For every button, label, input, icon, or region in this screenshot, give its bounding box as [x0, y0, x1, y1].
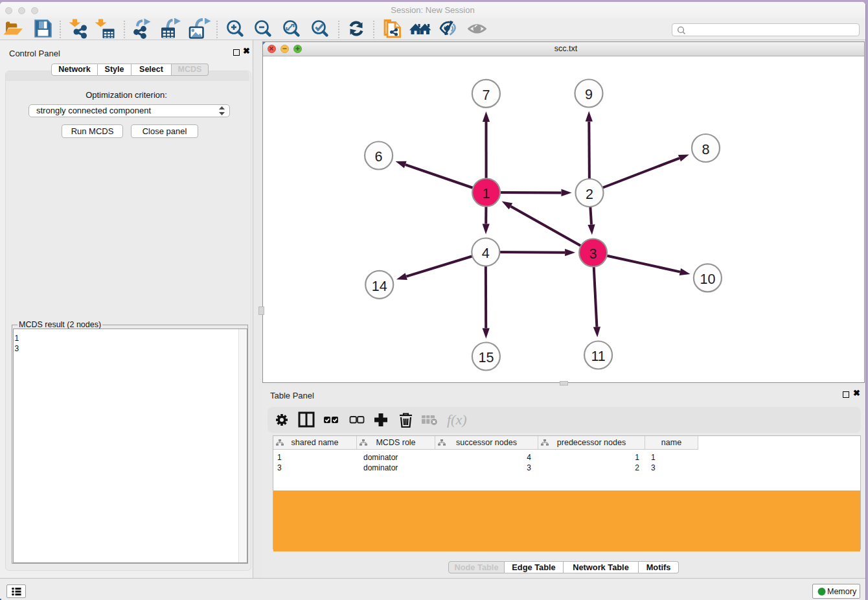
- svg-text:7: 7: [482, 87, 490, 103]
- svg-text:9: 9: [585, 87, 593, 102]
- svg-text:10: 10: [700, 271, 715, 287]
- svg-text:4: 4: [482, 246, 490, 261]
- svg-text:2: 2: [586, 187, 593, 202]
- svg-text:11: 11: [591, 349, 605, 364]
- svg-text:8: 8: [702, 142, 710, 157]
- svg-text:6: 6: [375, 149, 383, 165]
- svg-text:15: 15: [478, 350, 494, 365]
- svg-text:1: 1: [483, 186, 490, 202]
- svg-text:14: 14: [372, 279, 387, 294]
- svg-text:3: 3: [589, 246, 597, 262]
- svg-text:f(x): f(x): [447, 411, 467, 428]
